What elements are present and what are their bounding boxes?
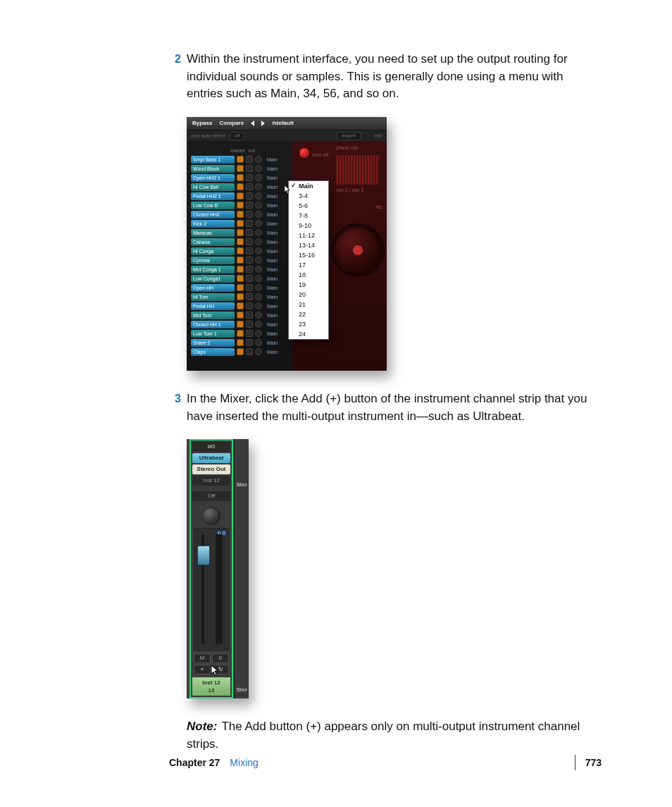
- solo-button[interactable]: S: [212, 653, 229, 663]
- voice-knob[interactable]: [255, 202, 262, 209]
- output-menu-item[interactable]: 13-14: [289, 240, 328, 250]
- voice-knob[interactable]: [255, 339, 262, 346]
- voice-knob[interactable]: [255, 266, 262, 273]
- output-menu-item[interactable]: 9-10: [289, 221, 328, 230]
- solo-toggle[interactable]: [246, 339, 253, 346]
- preset-name[interactable]: #default: [272, 120, 294, 126]
- output-menu-item[interactable]: Main: [289, 181, 328, 191]
- voice-auto-select-value[interactable]: off: [230, 132, 245, 140]
- mute-toggle[interactable]: [237, 202, 244, 209]
- voice-knob[interactable]: [255, 330, 262, 337]
- voice-knob[interactable]: [255, 165, 262, 172]
- voice-row[interactable]: Closed HH2Main: [191, 210, 280, 219]
- voice-knob[interactable]: [255, 321, 262, 328]
- mute-toggle[interactable]: [237, 266, 244, 273]
- solo-toggle[interactable]: [246, 211, 253, 218]
- output-menu-item[interactable]: 15-16: [289, 250, 328, 260]
- import-button[interactable]: import: [337, 132, 360, 140]
- bypass-button[interactable]: Bypass: [192, 120, 212, 126]
- voice-row[interactable]: MaracasMain: [191, 228, 280, 238]
- voice-knob[interactable]: [255, 302, 262, 309]
- solo-toggle[interactable]: [246, 284, 253, 291]
- voice-row[interactable]: Low Tom 1Main: [191, 329, 280, 338]
- solo-toggle[interactable]: [246, 330, 253, 337]
- voice-row[interactable]: Kick 2Main: [191, 219, 280, 228]
- mute-toggle[interactable]: [237, 192, 244, 199]
- voice-row[interactable]: Low Cow BMain: [191, 201, 280, 210]
- voice-row[interactable]: Wood BlockMain: [191, 164, 280, 173]
- mute-toggle[interactable]: [237, 312, 244, 319]
- solo-toggle[interactable]: [246, 247, 253, 254]
- solo-toggle[interactable]: [246, 348, 253, 355]
- voice-output[interactable]: Main: [267, 166, 278, 171]
- output-menu-item[interactable]: 18: [289, 270, 328, 280]
- voice-output[interactable]: Main: [267, 322, 278, 327]
- compare-button[interactable]: Compare: [219, 120, 244, 126]
- voice-output[interactable]: Main: [267, 285, 278, 290]
- solo-toggle[interactable]: [246, 229, 253, 236]
- voice-row[interactable]: Open HHMain: [191, 283, 280, 292]
- solo-toggle[interactable]: [246, 293, 253, 300]
- voice-knob[interactable]: [255, 211, 262, 218]
- voice-output[interactable]: Main: [267, 331, 278, 336]
- solo-toggle[interactable]: [246, 202, 253, 209]
- solo-toggle[interactable]: [246, 220, 253, 227]
- output-routing-menu[interactable]: Main3-45-67-89-1011-1213-1415-1617181920…: [288, 180, 329, 340]
- automation-mode[interactable]: Off: [192, 491, 230, 501]
- voice-output[interactable]: Main: [267, 212, 278, 217]
- voice-output[interactable]: Main: [267, 258, 278, 263]
- voice-output[interactable]: Main: [267, 175, 278, 180]
- mute-toggle[interactable]: [237, 183, 244, 190]
- mute-toggle[interactable]: [237, 257, 244, 264]
- mute-toggle[interactable]: [237, 247, 244, 254]
- voice-knob[interactable]: [255, 348, 262, 355]
- mute-toggle[interactable]: [237, 321, 244, 328]
- voice-output[interactable]: Main: [267, 230, 278, 235]
- output-menu-item[interactable]: 7-8: [289, 211, 328, 221]
- solo-toggle[interactable]: [246, 321, 253, 328]
- main-knob[interactable]: [333, 226, 382, 275]
- output-slot[interactable]: Stereo Out: [192, 464, 230, 474]
- output-menu-item[interactable]: 19: [289, 280, 328, 290]
- voice-row[interactable]: Pedal HH2 1Main: [191, 192, 280, 201]
- voice-output[interactable]: Main: [267, 313, 278, 318]
- output-menu-item[interactable]: 3-4: [289, 191, 328, 201]
- mute-toggle[interactable]: [237, 174, 244, 181]
- mute-toggle[interactable]: [237, 156, 244, 163]
- voice-output[interactable]: Main: [267, 221, 278, 226]
- voice-output[interactable]: Main: [267, 240, 278, 245]
- mute-toggle[interactable]: [237, 165, 244, 172]
- mute-toggle[interactable]: [237, 220, 244, 227]
- voice-knob[interactable]: [255, 312, 262, 319]
- voice-row[interactable]: Mid TomMain: [191, 311, 280, 320]
- voice-row[interactable]: Pedal HHMain: [191, 302, 280, 311]
- fader-cap[interactable]: [197, 546, 210, 565]
- voice-knob[interactable]: [255, 284, 262, 291]
- solo-toggle[interactable]: [246, 266, 253, 273]
- mute-toggle[interactable]: [237, 348, 244, 355]
- voice-knob[interactable]: [255, 275, 262, 282]
- voice-row[interactable]: Low Conga1Main: [191, 274, 280, 283]
- prev-preset-icon[interactable]: [251, 121, 254, 126]
- output-menu-item[interactable]: 17: [289, 260, 328, 270]
- mute-toggle[interactable]: [237, 330, 244, 337]
- solo-toggle[interactable]: [246, 183, 253, 190]
- solo-toggle[interactable]: [246, 312, 253, 319]
- solo-toggle[interactable]: [246, 257, 253, 264]
- solo-toggle[interactable]: [246, 174, 253, 181]
- voice-knob[interactable]: [255, 220, 262, 227]
- solo-toggle[interactable]: [246, 192, 253, 199]
- voice-row[interactable]: Hi TomMain: [191, 292, 280, 302]
- voice-row[interactable]: Mid Conga 1Main: [191, 265, 280, 274]
- output-menu-item[interactable]: 20: [289, 290, 328, 300]
- voice-row[interactable]: CymbalMain: [191, 256, 280, 265]
- mute-toggle[interactable]: [237, 211, 244, 218]
- mute-toggle[interactable]: [237, 238, 244, 245]
- mute-toggle[interactable]: [237, 275, 244, 282]
- voice-output[interactable]: Main: [267, 276, 278, 281]
- solo-toggle[interactable]: [246, 156, 253, 163]
- voice-row[interactable]: Hi CongaMain: [191, 247, 280, 256]
- voice-output[interactable]: Main: [267, 203, 278, 208]
- solo-toggle[interactable]: [246, 165, 253, 172]
- voice-knob[interactable]: [255, 229, 262, 236]
